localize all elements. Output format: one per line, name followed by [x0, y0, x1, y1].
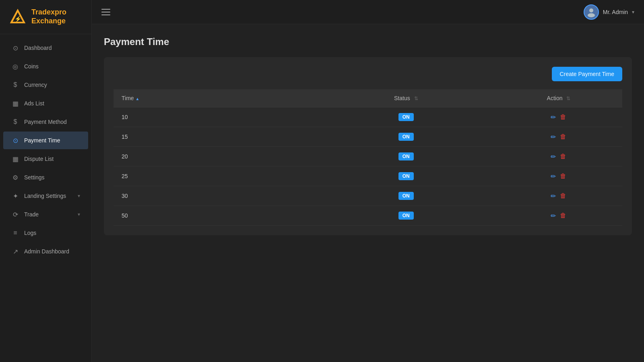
sidebar-item-payment-time[interactable]: ⊙Payment Time	[3, 132, 88, 149]
currency-icon: $	[11, 81, 19, 89]
table-row: 50ON✏🗑	[114, 206, 622, 226]
delete-icon[interactable]: 🗑	[560, 153, 566, 160]
payment-time-icon: ⊙	[11, 136, 19, 144]
sidebar-item-label-currency: Currency	[24, 82, 47, 88]
landing-settings-icon: ✦	[11, 192, 19, 200]
avatar-icon	[586, 6, 597, 18]
edit-icon[interactable]: ✏	[551, 133, 556, 141]
table-row: 30ON✏🗑	[114, 186, 622, 206]
column-time: Time ▲	[114, 89, 317, 107]
table-row: 10ON✏🗑	[114, 107, 622, 127]
table-header-row: Time ▲ Status ⇅ Action ⇅	[114, 89, 622, 107]
ads-list-icon: ▦	[11, 99, 19, 107]
delete-icon[interactable]: 🗑	[560, 113, 566, 121]
edit-icon[interactable]: ✏	[551, 113, 556, 121]
card-header: Create Payment Time	[114, 67, 622, 81]
sort-arrows-icon[interactable]: ⇅	[414, 96, 418, 101]
table-row: 15ON✏🗑	[114, 127, 622, 147]
content-card: Create Payment Time Time ▲ Status ⇅	[104, 57, 632, 235]
sidebar-item-label-payment-method: Payment Method	[24, 119, 67, 125]
sidebar-item-label-ads-list: Ads List	[24, 100, 44, 107]
row-action-5: ✏🗑	[495, 206, 622, 226]
status-badge[interactable]: ON	[398, 113, 414, 121]
row-action-2: ✏🗑	[495, 147, 622, 167]
trade-chevron-icon: ▾	[78, 212, 80, 217]
sidebar-item-label-admin-dashboard: Admin Dashboard	[24, 248, 69, 255]
status-badge[interactable]: ON	[398, 212, 414, 220]
row-time-5: 50	[114, 206, 317, 226]
edit-icon[interactable]: ✏	[551, 192, 556, 200]
sidebar-item-currency[interactable]: $Currency	[3, 76, 88, 94]
payment-time-table: Time ▲ Status ⇅ Action ⇅	[114, 89, 622, 226]
sidebar-item-dashboard[interactable]: ⊙Dashboard	[3, 39, 88, 57]
row-time-3: 25	[114, 167, 317, 186]
dispute-list-icon: ▦	[11, 155, 19, 163]
dashboard-icon: ⊙	[11, 44, 19, 52]
sidebar-item-trade[interactable]: ⟳Trade▾	[3, 206, 88, 223]
delete-icon[interactable]: 🗑	[560, 133, 566, 140]
edit-icon[interactable]: ✏	[551, 212, 556, 220]
sidebar-item-logs[interactable]: ≡Logs	[3, 224, 88, 242]
trade-icon: ⟳	[11, 210, 19, 218]
user-menu[interactable]: Mr. Admin ▾	[584, 4, 634, 20]
row-status-5: ON	[317, 206, 495, 226]
row-status-2: ON	[317, 147, 495, 167]
svg-text:⚡: ⚡	[14, 16, 22, 23]
sidebar-item-label-landing-settings: Landing Settings	[24, 193, 66, 199]
row-action-0: ✏🗑	[495, 107, 622, 127]
row-status-3: ON	[317, 167, 495, 186]
row-status-1: ON	[317, 127, 495, 147]
svg-point-4	[589, 8, 593, 12]
sidebar-item-label-dashboard: Dashboard	[24, 45, 52, 51]
admin-dashboard-icon: ↗	[11, 247, 19, 255]
status-badge[interactable]: ON	[398, 172, 414, 180]
sidebar-item-label-settings: Settings	[24, 174, 45, 181]
table-row: 25ON✏🗑	[114, 167, 622, 186]
hamburger-button[interactable]	[101, 9, 110, 15]
sort-up-icon[interactable]: ▲	[135, 97, 139, 101]
sidebar-item-landing-settings[interactable]: ✦Landing Settings▾	[3, 187, 88, 205]
status-badge[interactable]: ON	[398, 152, 414, 160]
logo-line1: Tradexpro	[31, 8, 66, 17]
coins-icon: ◎	[11, 62, 19, 70]
sidebar-item-dispute-list[interactable]: ▦Dispute List	[3, 150, 88, 168]
sidebar-item-payment-method[interactable]: $Payment Method	[3, 113, 88, 131]
delete-icon[interactable]: 🗑	[560, 192, 566, 200]
row-action-4: ✏🗑	[495, 186, 622, 206]
sort-arrows-action-icon[interactable]: ⇅	[566, 96, 570, 101]
row-action-1: ✏🗑	[495, 127, 622, 147]
nav-menu: ⊙Dashboard◎Coins$Currency▦Ads List$Payme…	[0, 34, 91, 362]
logo-text: Tradexpro Exchange	[31, 8, 66, 25]
svg-point-5	[588, 13, 595, 17]
edit-icon[interactable]: ✏	[551, 153, 556, 160]
sidebar-item-label-dispute-list: Dispute List	[24, 156, 54, 162]
row-time-4: 30	[114, 186, 317, 206]
sidebar-item-admin-dashboard[interactable]: ↗Admin Dashboard	[3, 243, 88, 260]
user-name: Mr. Admin	[603, 9, 628, 15]
sidebar-item-ads-list[interactable]: ▦Ads List	[3, 95, 88, 112]
create-payment-time-button[interactable]: Create Payment Time	[552, 67, 622, 81]
main-content: Mr. Admin ▾ Payment Time Create Payment …	[92, 0, 644, 362]
row-time-2: 20	[114, 147, 317, 167]
delete-icon[interactable]: 🗑	[560, 173, 566, 180]
sidebar-item-coins[interactable]: ◎Coins	[3, 58, 88, 75]
user-chevron-icon: ▾	[632, 9, 634, 15]
table-row: 20ON✏🗑	[114, 147, 622, 167]
table-body: 10ON✏🗑15ON✏🗑20ON✏🗑25ON✏🗑30ON✏🗑50ON✏🗑	[114, 107, 622, 226]
sidebar: ⚡ Tradexpro Exchange ⊙Dashboard◎Coins$Cu…	[0, 0, 92, 362]
row-status-0: ON	[317, 107, 495, 127]
edit-icon[interactable]: ✏	[551, 173, 556, 180]
landing-settings-chevron-icon: ▾	[78, 193, 80, 199]
status-badge[interactable]: ON	[398, 133, 414, 141]
logo-area: ⚡ Tradexpro Exchange	[0, 0, 91, 34]
sidebar-item-settings[interactable]: ⚙Settings	[3, 169, 88, 186]
logo-line2: Exchange	[31, 17, 66, 26]
status-badge[interactable]: ON	[398, 192, 414, 200]
logo-icon: ⚡	[8, 7, 27, 27]
sidebar-item-label-coins: Coins	[24, 63, 39, 70]
header: Mr. Admin ▾	[92, 0, 644, 24]
delete-icon[interactable]: 🗑	[560, 212, 566, 219]
page-content: Payment Time Create Payment Time Time ▲ …	[92, 24, 644, 362]
sidebar-item-label-logs: Logs	[24, 230, 36, 236]
page-title: Payment Time	[104, 36, 632, 47]
